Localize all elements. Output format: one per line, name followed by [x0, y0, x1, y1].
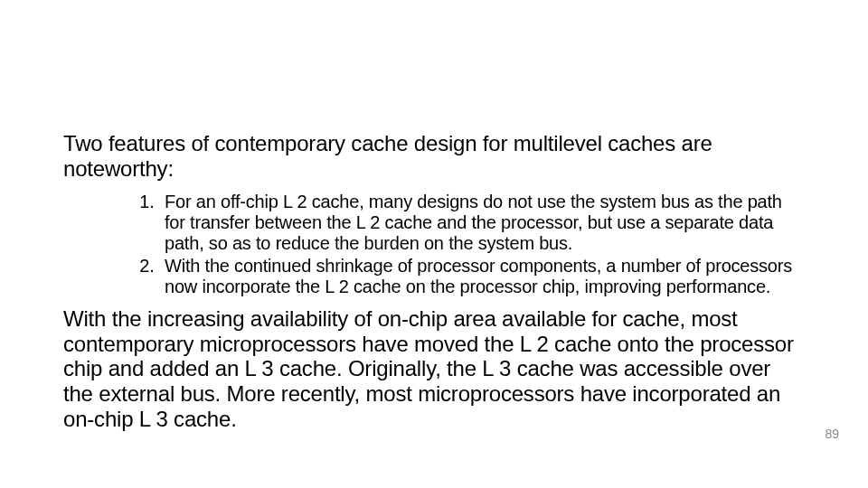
page-number: 89 [825, 427, 839, 441]
slide: Two features of contemporary cache desig… [0, 0, 868, 488]
list-item: For an off-chip L 2 cache, many designs … [159, 192, 805, 254]
intro-paragraph: Two features of contemporary cache desig… [63, 131, 805, 181]
closing-paragraph: With the increasing availability of on-c… [63, 306, 805, 431]
list-item: With the continued shrinkage of processo… [159, 256, 805, 297]
numbered-list: For an off-chip L 2 cache, many designs … [63, 192, 805, 297]
